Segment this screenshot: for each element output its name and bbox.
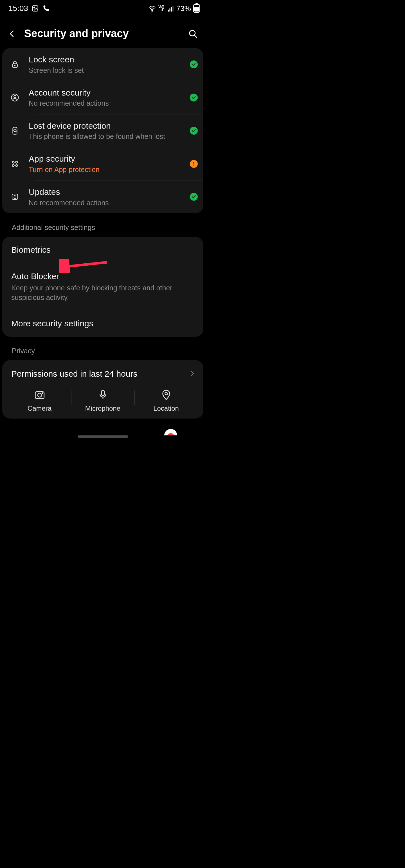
google-logo-icon xyxy=(164,429,177,435)
perm-item-location[interactable]: Location xyxy=(135,389,198,412)
section-label-privacy: Privacy xyxy=(0,343,206,360)
apps-icon xyxy=(7,160,23,168)
status-ok-icon xyxy=(190,60,198,68)
battery-icon xyxy=(193,4,200,13)
row-title: Biometrics xyxy=(11,245,196,255)
battery-percent: 73% xyxy=(176,4,191,13)
gesture-bar[interactable] xyxy=(78,435,128,438)
perm-label: Location xyxy=(153,404,179,412)
signal-icon xyxy=(168,5,174,11)
row-title: Account security xyxy=(29,87,184,98)
row-title: Auto Blocker xyxy=(11,271,196,282)
permissions-card: Permissions used in last 24 hours Camera… xyxy=(2,360,203,418)
svg-point-23 xyxy=(38,393,41,397)
perm-item-camera[interactable]: Camera xyxy=(8,389,71,412)
row-title: Lost device protection xyxy=(29,121,184,131)
row-account-security[interactable]: Account security No recommended actions xyxy=(2,81,203,114)
status-time: 15:03 xyxy=(8,4,28,13)
security-dashboard-card: Lock screen Screen lock is set Account s… xyxy=(2,48,203,213)
row-biometrics[interactable]: Biometrics xyxy=(2,237,203,263)
chevron-right-icon xyxy=(189,370,196,378)
find-device-icon xyxy=(7,126,23,135)
svg-line-16 xyxy=(16,131,17,132)
perm-item-microphone[interactable]: Microphone xyxy=(71,389,135,412)
section-label-additional: Additional security settings xyxy=(0,220,206,237)
search-button[interactable] xyxy=(188,29,198,38)
row-app-security[interactable]: App security Turn on App protection ! xyxy=(2,147,203,180)
back-button[interactable] xyxy=(8,30,16,38)
updates-icon xyxy=(7,192,23,201)
svg-rect-5 xyxy=(171,7,172,11)
svg-rect-4 xyxy=(169,8,170,11)
svg-point-24 xyxy=(42,393,43,394)
row-lock-screen[interactable]: Lock screen Screen lock is set xyxy=(2,48,203,81)
svg-rect-3 xyxy=(168,9,169,11)
svg-point-17 xyxy=(12,161,15,163)
svg-point-10 xyxy=(15,65,16,66)
status-bar: 15:03 Vo))LTE↑ 73% xyxy=(0,0,206,16)
row-subtitle: No recommended actions xyxy=(29,198,184,207)
row-title: More security settings xyxy=(11,318,196,329)
status-ok-icon xyxy=(190,193,198,201)
volte-icon: Vo))LTE↑ xyxy=(158,5,166,12)
svg-point-27 xyxy=(165,393,167,395)
row-title: App security xyxy=(29,153,184,164)
svg-rect-6 xyxy=(172,6,173,11)
perm-label: Microphone xyxy=(85,404,120,412)
row-title: Updates xyxy=(29,187,184,197)
row-lost-device[interactable]: Lost device protection This phone is all… xyxy=(2,115,203,147)
row-title: Lock screen xyxy=(29,54,184,65)
row-more-security[interactable]: More security settings xyxy=(2,310,203,337)
perm-label: Camera xyxy=(28,404,52,412)
permissions-title: Permissions used in last 24 hours xyxy=(11,369,138,379)
additional-security-card: Biometrics Auto Blocker Keep your phone … xyxy=(2,237,203,337)
phone-missed-icon xyxy=(42,5,50,12)
status-ok-icon xyxy=(190,127,198,135)
microphone-icon xyxy=(97,389,109,401)
status-ok-icon xyxy=(190,94,198,101)
account-icon xyxy=(7,93,23,102)
status-warn-icon: ! xyxy=(190,160,198,168)
page-title: Security and privacy xyxy=(24,28,180,40)
permissions-header[interactable]: Permissions used in last 24 hours xyxy=(2,360,203,384)
svg-point-15 xyxy=(14,129,16,131)
camera-icon xyxy=(34,389,46,401)
svg-rect-25 xyxy=(101,390,104,396)
row-subtitle: Screen lock is set xyxy=(29,66,184,75)
image-icon xyxy=(31,5,39,12)
svg-point-2 xyxy=(152,10,153,11)
svg-point-19 xyxy=(12,164,15,166)
svg-point-20 xyxy=(16,164,18,166)
lock-icon xyxy=(7,60,23,69)
row-subtitle: Turn on App protection xyxy=(29,165,184,174)
row-subtitle: This phone is allowed to be found when l… xyxy=(29,132,184,141)
wifi-icon xyxy=(148,5,156,11)
svg-point-1 xyxy=(34,7,35,8)
svg-point-13 xyxy=(14,95,16,97)
row-auto-blocker[interactable]: Auto Blocker Keep your phone safe by blo… xyxy=(2,263,203,310)
page-header: Security and privacy xyxy=(0,16,206,48)
row-subtitle: Keep your phone safe by blocking threats… xyxy=(11,283,196,303)
location-icon xyxy=(160,389,172,401)
row-subtitle: No recommended actions xyxy=(29,99,184,107)
row-updates[interactable]: Updates No recommended actions xyxy=(2,181,203,213)
svg-line-8 xyxy=(195,35,197,37)
svg-point-18 xyxy=(16,161,18,163)
